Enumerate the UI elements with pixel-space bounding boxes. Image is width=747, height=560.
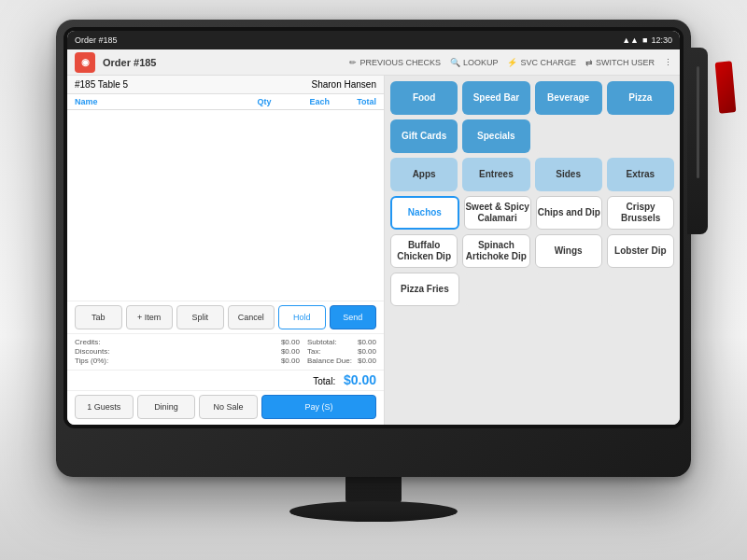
cashier-name: Sharon Hansen <box>312 79 377 90</box>
bottom-actions: 1 Guests Dining No Sale Pay (S) <box>67 390 384 425</box>
menu-row-categories: Food Speed Bar Beverage Pizza <box>390 81 674 115</box>
tax-value: $0.00 <box>358 347 376 356</box>
specials-btn[interactable]: Specials <box>462 119 529 153</box>
main-content: #185 Table 5 Sharon Hansen Name Qty Each… <box>67 76 680 425</box>
previous-checks-label: PREVIOUS CHECKS <box>359 58 441 67</box>
tab-button[interactable]: Tab <box>75 305 122 329</box>
send-button[interactable]: Send <box>330 305 377 329</box>
pizza-category-btn[interactable]: Pizza <box>607 81 674 115</box>
menu-row-items-3: Pizza Fries <box>390 273 674 306</box>
col-each: Each <box>283 97 330 106</box>
spinach-artichoke-dip-btn[interactable]: Spinach Artichoke Dip <box>462 234 529 268</box>
subtotal-label: Subtotal: <box>307 338 337 346</box>
sweet-spicy-calamari-btn[interactable]: Sweet & Spicy Calamari <box>464 196 531 230</box>
lookup-btn[interactable]: 🔍 LOOKUP <box>450 58 499 67</box>
more-icon: ⋮ <box>664 58 672 67</box>
col-total: Total <box>330 97 376 106</box>
tips-value: $0.00 <box>281 357 300 365</box>
charge-icon: ⚡ <box>507 58 517 67</box>
no-sale-button[interactable]: No Sale <box>199 395 258 419</box>
sides-btn[interactable]: Sides <box>535 158 602 191</box>
previous-checks-btn[interactable]: ✏ PREVIOUS CHECKS <box>349 58 441 67</box>
balance-due-label: Balance Due: <box>307 357 352 365</box>
totals-left: Credits: $0.00 Discounts: $0.00 Tips (0%… <box>75 338 300 366</box>
chips-dip-btn[interactable]: Chips and Dip <box>536 196 603 230</box>
order-number: #185 Table 5 <box>75 79 128 90</box>
card-slot <box>697 66 699 178</box>
col-name: Name <box>75 97 246 106</box>
total-row: Total: $0.00 <box>67 370 384 390</box>
guests-button[interactable]: 1 Guests <box>75 395 134 419</box>
empty-btn-2 <box>607 119 674 153</box>
add-item-button[interactable]: + Item <box>126 305 174 329</box>
col-qty: Qty <box>246 97 283 106</box>
empty-item-3 <box>607 273 674 306</box>
menu-row-items-2: Buffalo Chicken Dip Spinach Artichoke Di… <box>390 234 674 268</box>
screen-bezel: Order #185 ▲▲ ■ 12:30 ◉ Order #185 <box>63 27 684 428</box>
credits-label: Credits: <box>75 338 101 346</box>
food-category-btn[interactable]: Food <box>390 81 458 115</box>
menu-row-items-1: Nachos Sweet & Spicy Calamari Chips and … <box>390 196 674 230</box>
toolbar-actions: ✏ PREVIOUS CHECKS 🔍 LOOKUP ⚡ SVC CHARGE <box>349 58 672 67</box>
clock: 12:30 <box>651 35 672 45</box>
total-label: Total: <box>313 376 335 386</box>
order-header: #185 Table 5 Sharon Hansen <box>67 76 384 94</box>
total-value: $0.00 <box>344 372 376 387</box>
split-button[interactable]: Split <box>176 305 224 329</box>
app-logo: ◉ <box>75 52 95 73</box>
crispy-brussels-btn[interactable]: Crispy Brussels <box>607 196 674 230</box>
gift-cards-btn[interactable]: Gift Cards <box>390 119 458 153</box>
hold-button[interactable]: Hold <box>278 305 326 329</box>
nachos-btn[interactable]: Nachos <box>390 196 459 230</box>
order-columns: Name Qty Each Total <box>67 94 384 110</box>
buffalo-chicken-dip-btn[interactable]: Buffalo Chicken Dip <box>390 234 458 268</box>
lookup-label: LOOKUP <box>463 58 499 67</box>
pizza-fries-btn[interactable]: Pizza Fries <box>390 273 459 306</box>
entrees-btn[interactable]: Entrees <box>462 158 529 191</box>
svc-charge-btn[interactable]: ⚡ SVC CHARGE <box>507 58 576 67</box>
svc-charge-label: SVC CHARGE <box>520 58 576 67</box>
toolbar: ◉ Order #185 ✏ PREVIOUS CHECKS 🔍 LOOKUP <box>67 49 680 76</box>
menu-panel: Food Speed Bar Beverage Pizza Gift Cards… <box>385 76 680 425</box>
tax-label: Tax: <box>307 347 321 356</box>
card-reader <box>687 48 708 234</box>
lobster-dip-btn[interactable]: Lobster Dip <box>607 234 674 268</box>
app-title: Order #185 <box>75 35 118 45</box>
pencil-icon: ✏ <box>349 58 357 67</box>
speed-bar-category-btn[interactable]: Speed Bar <box>462 81 529 115</box>
screen: Order #185 ▲▲ ■ 12:30 ◉ Order #185 <box>67 31 680 425</box>
balance-due-value: $0.00 <box>358 357 376 365</box>
wings-btn[interactable]: Wings <box>535 234 602 268</box>
empty-item-1 <box>464 273 531 306</box>
pay-button[interactable]: Pay (S) <box>261 395 376 419</box>
dining-button[interactable]: Dining <box>137 395 196 419</box>
discounts-value: $0.00 <box>281 347 300 356</box>
wifi-icon: ▲▲ <box>622 35 639 45</box>
totals-right: Subtotal: $0.00 Tax: $0.00 Balance Due: … <box>307 338 376 366</box>
action-buttons: Tab + Item Split Cancel Hold Send <box>67 301 384 333</box>
stand-neck <box>345 475 402 503</box>
menu-row-2: Gift Cards Specials <box>390 119 674 153</box>
discounts-label: Discounts: <box>75 347 109 356</box>
cancel-button[interactable]: Cancel <box>228 305 275 329</box>
more-options-btn[interactable]: ⋮ <box>664 58 672 67</box>
battery-icon: ■ <box>642 35 647 45</box>
menu-row-subcategories: Apps Entrees Sides Extras <box>390 158 674 191</box>
beverage-category-btn[interactable]: Beverage <box>535 81 602 115</box>
logo-icon: ◉ <box>81 57 90 67</box>
switch-user-btn[interactable]: ⇄ SWITCH USER <box>585 58 655 67</box>
empty-item-2 <box>536 273 603 306</box>
tips-label: Tips (0%): <box>75 357 108 365</box>
order-items-list <box>67 110 384 301</box>
stand-base <box>289 501 458 522</box>
extras-btn[interactable]: Extras <box>607 158 674 191</box>
credit-card <box>715 61 737 113</box>
search-icon: 🔍 <box>450 58 460 67</box>
left-panel: #185 Table 5 Sharon Hansen Name Qty Each… <box>67 76 385 425</box>
toolbar-title: Order #185 <box>103 57 342 68</box>
monitor-stand <box>289 475 458 522</box>
switch-user-label: SWITCH USER <box>596 58 655 67</box>
credits-value: $0.00 <box>281 338 300 346</box>
monitor: Order #185 ▲▲ ■ 12:30 ◉ Order #185 <box>56 20 691 477</box>
apps-btn[interactable]: Apps <box>390 158 458 191</box>
